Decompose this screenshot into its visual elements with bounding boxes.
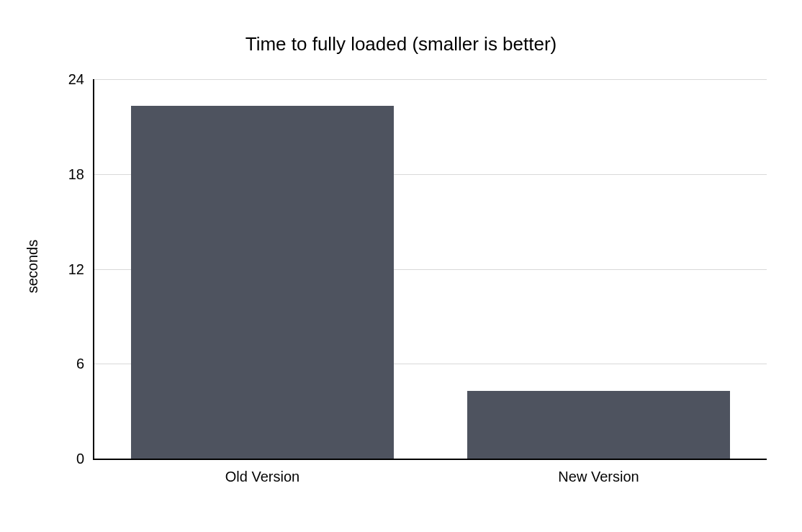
x-tick-label: New Version xyxy=(558,459,639,485)
y-tick-label: 18 xyxy=(68,166,94,182)
y-tick-label: 12 xyxy=(68,261,94,277)
y-axis-label: seconds xyxy=(24,239,41,293)
plot-area: 06121824Old VersionNew Version xyxy=(93,79,767,460)
bar-old-version xyxy=(131,106,393,459)
bar-new-version xyxy=(467,391,729,459)
y-tick-label: 24 xyxy=(68,71,94,88)
y-tick-label: 6 xyxy=(76,356,94,372)
gridline xyxy=(94,79,767,80)
y-tick-label: 0 xyxy=(76,451,94,467)
x-tick-label: Old Version xyxy=(225,459,299,485)
chart-title: Time to fully loaded (smaller is better) xyxy=(0,33,802,55)
chart-container: Time to fully loaded (smaller is better)… xyxy=(0,0,802,532)
